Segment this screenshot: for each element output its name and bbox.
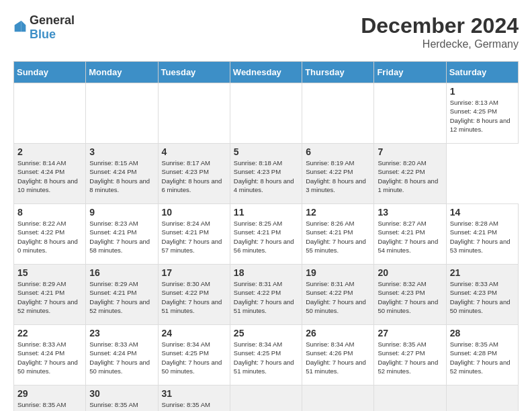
day-cell-3: 3Sunrise: 8:15 AMSunset: 4:24 PMDaylight…: [86, 144, 158, 204]
day-cell-9: 9Sunrise: 8:23 AMSunset: 4:21 PMDaylight…: [86, 204, 158, 265]
logo-icon: [13, 19, 27, 33]
day-cell-1: 1Sunrise: 8:13 AMSunset: 4:25 PMDaylight…: [446, 83, 518, 144]
day-info: Sunrise: 8:26 AMSunset: 4:21 PMDaylight:…: [306, 219, 370, 255]
day-info: Sunrise: 8:17 AMSunset: 4:23 PMDaylight:…: [162, 158, 226, 194]
empty-cell: [230, 385, 302, 412]
header-monday: Monday: [86, 62, 158, 83]
day-cell-17: 17Sunrise: 8:30 AMSunset: 4:22 PMDayligh…: [158, 265, 230, 325]
day-cell-13: 13Sunrise: 8:27 AMSunset: 4:21 PMDayligh…: [374, 204, 446, 265]
day-cell-4: 4Sunrise: 8:17 AMSunset: 4:23 PMDaylight…: [158, 144, 230, 204]
day-number: 28: [450, 328, 515, 338]
day-cell-28: 28Sunrise: 8:35 AMSunset: 4:28 PMDayligh…: [446, 325, 518, 385]
day-info: Sunrise: 8:35 AMSunset: 4:28 PMDaylight:…: [450, 340, 515, 375]
day-number: 3: [89, 146, 154, 157]
empty-cell: [302, 83, 374, 144]
day-info: Sunrise: 8:30 AMSunset: 4:22 PMDaylight:…: [162, 279, 226, 315]
day-number: 13: [378, 207, 442, 218]
day-cell-23: 23Sunrise: 8:33 AMSunset: 4:24 PMDayligh…: [86, 325, 158, 385]
day-cell-5: 5Sunrise: 8:18 AMSunset: 4:23 PMDaylight…: [230, 144, 302, 204]
day-info: Sunrise: 8:20 AMSunset: 4:22 PMDaylight:…: [378, 158, 442, 194]
empty-cell: [446, 385, 518, 412]
day-info: Sunrise: 8:35 AMSunset: 4:30 PMDaylight:…: [89, 400, 154, 411]
day-cell-30: 30Sunrise: 8:35 AMSunset: 4:30 PMDayligh…: [86, 385, 158, 412]
day-info: Sunrise: 8:13 AMSunset: 4:25 PMDaylight:…: [450, 98, 515, 134]
day-info: Sunrise: 8:31 AMSunset: 4:22 PMDaylight:…: [234, 279, 298, 315]
calendar-week-1: 2Sunrise: 8:14 AMSunset: 4:24 PMDaylight…: [14, 144, 519, 204]
day-cell-7: 7Sunrise: 8:20 AMSunset: 4:22 PMDaylight…: [374, 144, 446, 204]
day-info: Sunrise: 8:25 AMSunset: 4:21 PMDaylight:…: [234, 219, 298, 255]
day-info: Sunrise: 8:31 AMSunset: 4:22 PMDaylight:…: [306, 279, 370, 315]
day-cell-12: 12Sunrise: 8:26 AMSunset: 4:21 PMDayligh…: [302, 204, 374, 265]
title-block: December 2024 Herdecke, Germany: [361, 13, 519, 50]
day-info: Sunrise: 8:33 AMSunset: 4:24 PMDaylight:…: [89, 340, 154, 375]
day-number: 17: [162, 267, 226, 278]
day-number: 20: [378, 267, 442, 278]
day-info: Sunrise: 8:35 AMSunset: 4:31 PMDaylight:…: [162, 400, 226, 411]
empty-cell: [374, 385, 446, 412]
day-info: Sunrise: 8:18 AMSunset: 4:23 PMDaylight:…: [234, 158, 298, 194]
empty-cell: [302, 385, 374, 412]
day-number: 4: [162, 146, 226, 157]
day-number: 22: [17, 328, 82, 338]
day-cell-8: 8Sunrise: 8:22 AMSunset: 4:22 PMDaylight…: [14, 204, 86, 265]
day-number: 7: [378, 146, 442, 157]
day-number: 26: [306, 328, 370, 338]
day-cell-2: 2Sunrise: 8:14 AMSunset: 4:24 PMDaylight…: [14, 144, 86, 204]
header-friday: Friday: [374, 62, 446, 83]
empty-cell: [158, 83, 230, 144]
day-info: Sunrise: 8:29 AMSunset: 4:21 PMDaylight:…: [17, 279, 82, 315]
day-cell-27: 27Sunrise: 8:35 AMSunset: 4:27 PMDayligh…: [374, 325, 446, 385]
day-cell-10: 10Sunrise: 8:24 AMSunset: 4:21 PMDayligh…: [158, 204, 230, 265]
header-thursday: Thursday: [302, 62, 374, 83]
day-number: 31: [162, 388, 226, 399]
day-info: Sunrise: 8:28 AMSunset: 4:21 PMDaylight:…: [450, 219, 515, 255]
calendar-table: SundayMondayTuesdayWednesdayThursdayFrid…: [13, 61, 519, 411]
day-cell-21: 21Sunrise: 8:33 AMSunset: 4:23 PMDayligh…: [446, 265, 518, 325]
day-cell-19: 19Sunrise: 8:31 AMSunset: 4:22 PMDayligh…: [302, 265, 374, 325]
calendar-week-0: 1Sunrise: 8:13 AMSunset: 4:25 PMDaylight…: [14, 83, 519, 144]
day-info: Sunrise: 8:35 AMSunset: 4:29 PMDaylight:…: [17, 400, 82, 411]
calendar-header-row: SundayMondayTuesdayWednesdayThursdayFrid…: [14, 62, 519, 83]
day-info: Sunrise: 8:23 AMSunset: 4:21 PMDaylight:…: [89, 219, 154, 255]
logo-general-text: General: [30, 13, 75, 27]
location-title: Herdecke, Germany: [361, 38, 519, 50]
day-info: Sunrise: 8:34 AMSunset: 4:26 PMDaylight:…: [306, 340, 370, 375]
day-number: 25: [234, 328, 298, 338]
day-cell-18: 18Sunrise: 8:31 AMSunset: 4:22 PMDayligh…: [230, 265, 302, 325]
day-cell-31: 31Sunrise: 8:35 AMSunset: 4:31 PMDayligh…: [158, 385, 230, 412]
day-number: 14: [450, 207, 515, 218]
svg-marker-0: [21, 21, 26, 32]
day-number: 24: [162, 328, 226, 338]
day-cell-6: 6Sunrise: 8:19 AMSunset: 4:22 PMDaylight…: [302, 144, 374, 204]
day-info: Sunrise: 8:34 AMSunset: 4:25 PMDaylight:…: [234, 340, 298, 375]
day-number: 11: [234, 207, 298, 218]
day-info: Sunrise: 8:19 AMSunset: 4:22 PMDaylight:…: [306, 158, 370, 194]
day-number: 2: [17, 146, 82, 157]
day-info: Sunrise: 8:35 AMSunset: 4:27 PMDaylight:…: [378, 340, 442, 375]
day-number: 29: [17, 388, 82, 399]
day-number: 6: [306, 146, 370, 157]
calendar-week-3: 15Sunrise: 8:29 AMSunset: 4:21 PMDayligh…: [14, 265, 519, 325]
day-number: 15: [17, 267, 82, 278]
day-info: Sunrise: 8:27 AMSunset: 4:21 PMDaylight:…: [378, 219, 442, 255]
calendar-week-5: 29Sunrise: 8:35 AMSunset: 4:29 PMDayligh…: [14, 385, 519, 412]
day-cell-26: 26Sunrise: 8:34 AMSunset: 4:26 PMDayligh…: [302, 325, 374, 385]
day-cell-22: 22Sunrise: 8:33 AMSunset: 4:24 PMDayligh…: [14, 325, 86, 385]
empty-cell: [86, 83, 158, 144]
header-saturday: Saturday: [446, 62, 518, 83]
day-info: Sunrise: 8:24 AMSunset: 4:21 PMDaylight:…: [162, 219, 226, 255]
empty-cell: [374, 83, 446, 144]
header-wednesday: Wednesday: [230, 62, 302, 83]
empty-cell: [230, 83, 302, 144]
svg-marker-1: [15, 21, 21, 32]
day-cell-29: 29Sunrise: 8:35 AMSunset: 4:29 PMDayligh…: [14, 385, 86, 412]
day-cell-14: 14Sunrise: 8:28 AMSunset: 4:21 PMDayligh…: [446, 204, 518, 265]
header-tuesday: Tuesday: [158, 62, 230, 83]
day-number: 9: [89, 207, 154, 218]
day-number: 5: [234, 146, 298, 157]
day-number: 19: [306, 267, 370, 278]
month-title: December 2024: [361, 13, 519, 38]
day-number: 16: [89, 267, 154, 278]
day-cell-15: 15Sunrise: 8:29 AMSunset: 4:21 PMDayligh…: [14, 265, 86, 325]
day-cell-11: 11Sunrise: 8:25 AMSunset: 4:21 PMDayligh…: [230, 204, 302, 265]
